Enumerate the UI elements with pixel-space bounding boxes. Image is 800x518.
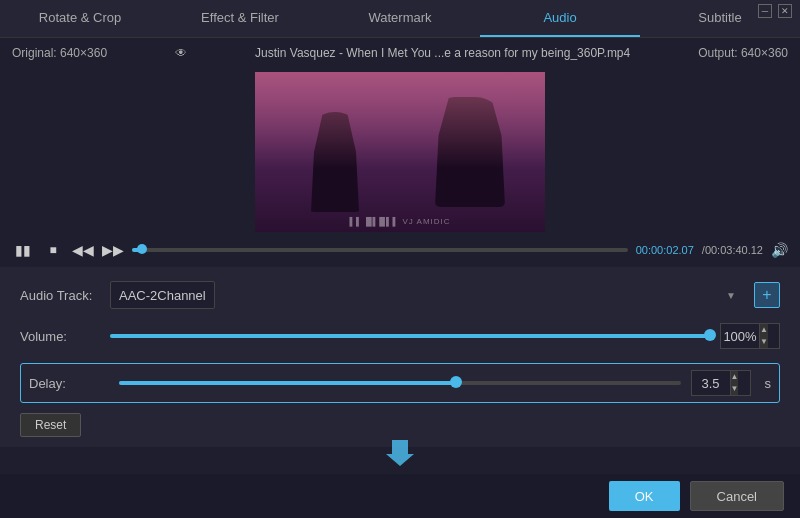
info-bar: Original: 640×360 👁 Justin Vasquez - Whe…	[0, 38, 800, 68]
cancel-button[interactable]: Cancel	[690, 481, 784, 511]
track-dropdown[interactable]: AAC-2Channel	[110, 281, 215, 309]
add-track-button[interactable]: +	[754, 282, 780, 308]
tab-audio[interactable]: Audio	[480, 2, 640, 37]
volume-down-button[interactable]: ▼	[759, 336, 768, 348]
volume-thumb[interactable]	[704, 329, 716, 341]
action-bar: OK Cancel	[0, 474, 800, 518]
delay-label: Delay:	[29, 376, 109, 391]
delay-thumb[interactable]	[450, 376, 462, 388]
audio-track-label: Audio Track:	[20, 288, 100, 303]
progress-thumb[interactable]	[137, 244, 147, 254]
volume-input[interactable]	[721, 329, 759, 344]
volume-up-button[interactable]: ▲	[759, 324, 768, 336]
tab-bar: Rotate & Crop Effect & Filter Watermark …	[0, 0, 800, 38]
watermark-text: ▌▌ █▌█▌▌ VJ AMIDIC	[349, 217, 450, 226]
preview-toggle[interactable]: 👁	[175, 46, 187, 60]
current-time: 00:00:02.07	[636, 244, 694, 256]
volume-icon[interactable]: 🔊	[771, 242, 788, 258]
minimize-button[interactable]: ─	[758, 4, 772, 18]
delay-up-button[interactable]: ▲	[730, 371, 739, 383]
delay-unit-label: s	[765, 376, 772, 391]
delay-fill	[119, 381, 456, 385]
progress-bar[interactable]	[132, 248, 628, 252]
reset-button[interactable]: Reset	[20, 413, 81, 437]
volume-slider[interactable]	[110, 334, 710, 338]
title-bar: ─ ✕	[750, 0, 800, 22]
audio-track-row: Audio Track: AAC-2Channel ▼ +	[20, 281, 780, 309]
dropdown-arrow-icon: ▼	[726, 290, 736, 301]
video-area: ▌▌ █▌█▌▌ VJ AMIDIC	[0, 68, 800, 233]
close-button[interactable]: ✕	[778, 4, 792, 18]
volume-spin-buttons: ▲ ▼	[759, 324, 768, 348]
delay-row: Delay: ▲ ▼ s	[20, 363, 780, 403]
volume-fill	[110, 334, 710, 338]
delay-input[interactable]	[692, 376, 730, 391]
original-resolution: Original: 640×360	[12, 46, 107, 60]
prev-frame-button[interactable]: ◀◀	[72, 239, 94, 261]
volume-label: Volume:	[20, 329, 100, 344]
stop-button[interactable]: ■	[42, 239, 64, 261]
delay-down-button[interactable]: ▼	[730, 383, 739, 395]
video-preview: ▌▌ █▌█▌▌ VJ AMIDIC	[255, 72, 545, 232]
tab-watermark[interactable]: Watermark	[320, 2, 480, 37]
tab-rotate-crop[interactable]: Rotate & Crop	[0, 2, 160, 37]
track-dropdown-wrapper: AAC-2Channel ▼	[110, 281, 744, 309]
pause-button[interactable]: ▮▮	[12, 239, 34, 261]
file-name: Justin Vasquez - When I Met You ...e a r…	[255, 46, 630, 60]
svg-marker-0	[386, 440, 414, 466]
delay-slider[interactable]	[119, 381, 681, 385]
delay-spin-buttons: ▲ ▼	[730, 371, 739, 395]
tab-effect-filter[interactable]: Effect & Filter	[160, 2, 320, 37]
download-arrow-icon	[384, 436, 416, 472]
controls-bar: ▮▮ ■ ◀◀ ▶▶ 00:00:02.07 /00:03:40.12 🔊	[0, 233, 800, 267]
next-frame-button[interactable]: ▶▶	[102, 239, 124, 261]
audio-settings-panel: Audio Track: AAC-2Channel ▼ + Volume: ▲ …	[0, 267, 800, 447]
output-resolution: Output: 640×360	[698, 46, 788, 60]
volume-row: Volume: ▲ ▼	[20, 323, 780, 349]
delay-value-wrapper: ▲ ▼	[691, 370, 751, 396]
total-time: /00:03:40.12	[702, 244, 763, 256]
volume-value-wrapper: ▲ ▼	[720, 323, 780, 349]
ok-button[interactable]: OK	[609, 481, 680, 511]
